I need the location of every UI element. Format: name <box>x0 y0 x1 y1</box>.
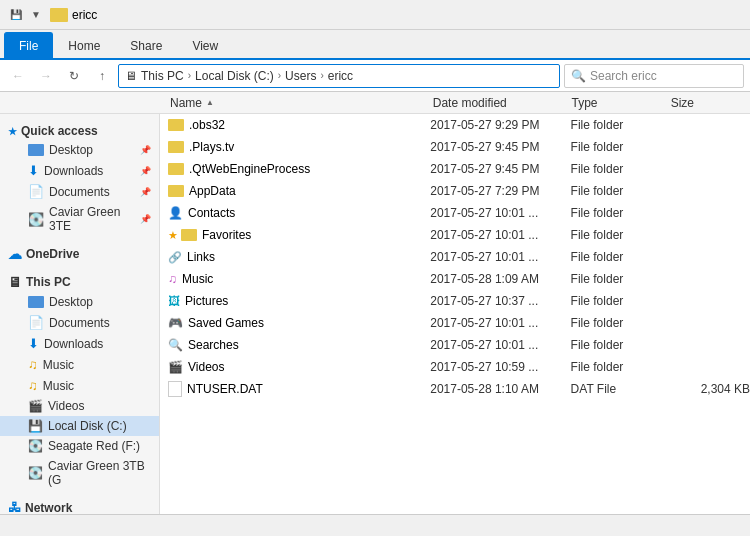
folder-icon <box>168 119 184 131</box>
docs-icon: 📄 <box>28 315 44 330</box>
main-layout: ★ Quick access Desktop 📌 ⬇ Downloads 📌 📄… <box>0 114 750 536</box>
pin-icon: 📌 <box>140 166 151 176</box>
sidebar-thispc-title[interactable]: 🖥 This PC <box>0 268 159 292</box>
tab-view[interactable]: View <box>177 32 233 58</box>
docs-icon: 📄 <box>28 184 44 199</box>
file-name: NTUSER.DAT <box>168 381 426 397</box>
file-name: ♫ Music <box>168 272 426 286</box>
localdisk-icon: 💾 <box>28 419 43 433</box>
search-placeholder: Search ericc <box>590 69 657 83</box>
music-icon: ♫ <box>28 357 38 372</box>
file-name: .Plays.tv <box>168 140 426 154</box>
sidebar-onedrive-title[interactable]: ☁ OneDrive <box>0 240 159 264</box>
path-ericc[interactable]: ericc <box>328 69 353 83</box>
table-row[interactable]: 🔍 Searches 2017-05-27 10:01 ... File fol… <box>160 334 750 356</box>
back-button[interactable]: ← <box>6 64 30 88</box>
forward-button[interactable]: → <box>34 64 58 88</box>
table-row[interactable]: 🎮 Saved Games 2017-05-27 10:01 ... File … <box>160 312 750 334</box>
contacts-icon: 👤 <box>168 206 183 220</box>
sidebar-item-downloads[interactable]: ⬇ Downloads <box>0 333 159 354</box>
sidebar-item-caviar3tb[interactable]: 💽 Caviar Green 3TB (G <box>0 456 159 490</box>
path-computer-icon: 🖥 <box>125 69 137 83</box>
folder-icon <box>168 185 184 197</box>
table-row[interactable]: .QtWebEngineProcess 2017-05-27 9:45 PM F… <box>160 158 750 180</box>
table-row[interactable]: 🔗 Links 2017-05-27 10:01 ... File folder <box>160 246 750 268</box>
pin-icon: 📌 <box>140 187 151 197</box>
title-bar: 💾 ▼ ericc <box>0 0 750 30</box>
table-row[interactable]: AppData 2017-05-27 7:29 PM File folder <box>160 180 750 202</box>
title-bar-title: ericc <box>72 8 97 22</box>
table-row[interactable]: NTUSER.DAT 2017-05-28 1:10 AM DAT File 2… <box>160 378 750 400</box>
title-bar-icons: 💾 ▼ <box>8 7 44 23</box>
saved-games-icon: 🎮 <box>168 316 183 330</box>
table-row[interactable]: ♫ Music 2017-05-28 1:09 AM File folder <box>160 268 750 290</box>
drive3-icon: 💽 <box>28 466 43 480</box>
col-header-type[interactable]: Type <box>572 96 671 110</box>
path-users[interactable]: Users <box>285 69 316 83</box>
title-bar-menu-icon: ▼ <box>28 7 44 23</box>
table-row[interactable]: 👤 Contacts 2017-05-27 10:01 ... File fol… <box>160 202 750 224</box>
quick-access-arrow-icon: ★ <box>8 126 17 137</box>
file-name: .QtWebEngineProcess <box>168 162 426 176</box>
up-button[interactable]: ↑ <box>90 64 114 88</box>
drive2-icon: 💽 <box>28 439 43 453</box>
links-icon: 🔗 <box>168 251 182 264</box>
folder-icon <box>168 163 184 175</box>
refresh-button[interactable]: ↻ <box>62 64 86 88</box>
sidebar-item-seagate[interactable]: 💽 Seagate Red (F:) <box>0 436 159 456</box>
table-row[interactable]: .Plays.tv 2017-05-27 9:45 PM File folder <box>160 136 750 158</box>
tab-file[interactable]: File <box>4 32 53 58</box>
table-row[interactable]: .obs32 2017-05-27 9:29 PM File folder <box>160 114 750 136</box>
column-headers: Name ▲ Date modified Type Size <box>0 92 750 114</box>
sidebar-item-qa-downloads[interactable]: ⬇ Downloads 📌 <box>0 160 159 181</box>
address-path[interactable]: 🖥 This PC › Local Disk (C:) › Users › er… <box>118 64 560 88</box>
sidebar: ★ Quick access Desktop 📌 ⬇ Downloads 📌 📄… <box>0 114 160 536</box>
sidebar-item-qa-caviar[interactable]: 💽 Caviar Green 3TE 📌 <box>0 202 159 236</box>
sidebar-item-qa-documents[interactable]: 📄 Documents 📌 <box>0 181 159 202</box>
search-icon: 🔍 <box>571 69 586 83</box>
ribbon-tabs: File Home Share View <box>0 30 750 60</box>
sidebar-item-localdisk[interactable]: 💾 Local Disk (C:) <box>0 416 159 436</box>
pin-icon: 📌 <box>140 214 151 224</box>
col-header-name[interactable]: Name ▲ <box>165 96 433 110</box>
tab-share[interactable]: Share <box>115 32 177 58</box>
path-localdisk[interactable]: Local Disk (C:) <box>195 69 274 83</box>
file-name: 🖼 Pictures <box>168 294 426 308</box>
search-box[interactable]: 🔍 Search ericc <box>564 64 744 88</box>
videos-icon: 🎬 <box>168 360 183 374</box>
file-name: .obs32 <box>168 118 426 132</box>
folder-icon <box>168 141 184 153</box>
col-header-size[interactable]: Size <box>671 96 750 110</box>
folder-icon <box>181 229 197 241</box>
pictures-icon: 🖼 <box>168 294 180 308</box>
col-header-date[interactable]: Date modified <box>433 96 572 110</box>
downloads-icon: ⬇ <box>28 163 39 178</box>
table-row[interactable]: ★ Favorites 2017-05-27 10:01 ... File fo… <box>160 224 750 246</box>
file-name: AppData <box>168 184 426 198</box>
sidebar-item-qa-desktop[interactable]: Desktop 📌 <box>0 140 159 160</box>
path-sep-2: › <box>278 70 281 81</box>
title-bar-save-icon: 💾 <box>8 7 24 23</box>
sidebar-quick-access-title: ★ Quick access <box>0 118 159 140</box>
table-row[interactable]: 🎬 Videos 2017-05-27 10:59 ... File folde… <box>160 356 750 378</box>
file-name: ★ Favorites <box>168 228 426 242</box>
network-icon: 🖧 <box>8 500 21 515</box>
drive-icon: 💽 <box>28 212 44 227</box>
status-bar <box>0 514 750 536</box>
path-sep-1: › <box>188 70 191 81</box>
music-icon: ♫ <box>28 378 38 393</box>
path-thispc[interactable]: This PC <box>141 69 184 83</box>
music-icon: ♫ <box>168 272 177 286</box>
sidebar-item-music[interactable]: ♫ Music <box>0 354 159 375</box>
videos-icon: 🎬 <box>28 399 43 413</box>
table-row[interactable]: 🖼 Pictures 2017-05-27 10:37 ... File fol… <box>160 290 750 312</box>
sidebar-item-documents[interactable]: 📄 Documents <box>0 312 159 333</box>
star-icon: ★ <box>168 229 178 242</box>
sidebar-item-videos[interactable]: 🎬 Videos <box>0 396 159 416</box>
file-name: 🎮 Saved Games <box>168 316 426 330</box>
searches-icon: 🔍 <box>168 338 183 352</box>
sidebar-item-desktop[interactable]: Desktop <box>0 292 159 312</box>
sidebar-item-music2[interactable]: ♫ Music <box>0 375 159 396</box>
tab-home[interactable]: Home <box>53 32 115 58</box>
path-sep-3: › <box>320 70 323 81</box>
